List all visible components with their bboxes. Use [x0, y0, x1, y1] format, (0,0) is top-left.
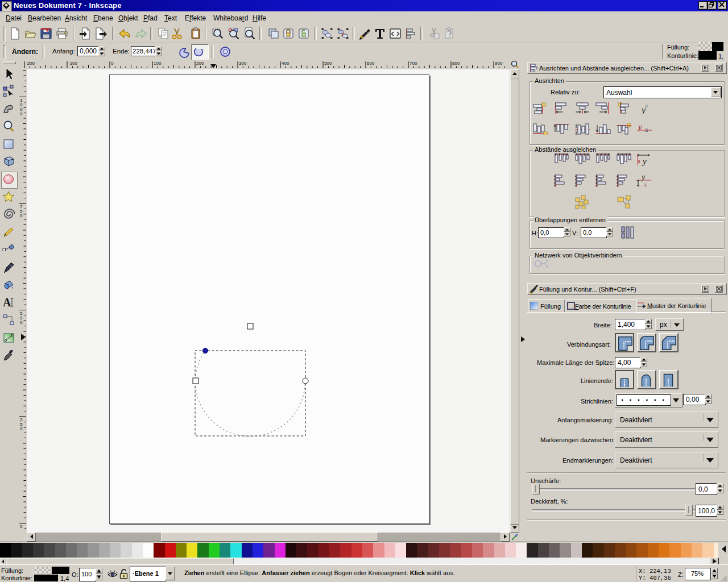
- svg-text:-200: -200: [26, 61, 35, 66]
- svg-text:900: 900: [495, 61, 503, 66]
- svg-text:y: y: [640, 105, 646, 114]
- svg-text:0: 0: [20, 524, 23, 529]
- svg-text:500: 500: [324, 61, 332, 66]
- svg-text:800: 800: [452, 61, 460, 66]
- svg-text:400: 400: [282, 61, 289, 66]
- svg-text:300: 300: [239, 61, 247, 66]
- svg-text:0: 0: [20, 111, 23, 117]
- svg-text:a: a: [645, 126, 648, 134]
- svg-text:0: 0: [20, 213, 23, 218]
- svg-text:a: a: [638, 157, 640, 164]
- svg-text:200: 200: [196, 61, 204, 66]
- svg-text:0: 0: [20, 320, 23, 325]
- svg-text:0: 0: [20, 426, 23, 431]
- svg-text:100: 100: [154, 61, 162, 66]
- svg-text:y: y: [642, 157, 647, 166]
- svg-text:0: 0: [111, 61, 114, 66]
- svg-text:a: a: [644, 181, 647, 188]
- svg-text:600: 600: [367, 61, 375, 66]
- svg-text:700: 700: [410, 61, 417, 66]
- svg-text:-100: -100: [68, 61, 78, 66]
- svg-text:A: A: [3, 296, 11, 309]
